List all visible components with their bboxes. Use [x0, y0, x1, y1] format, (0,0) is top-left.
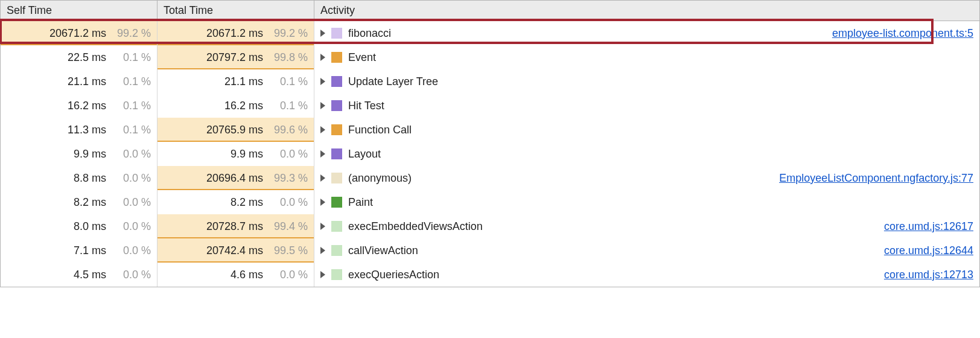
- total-time-ms: 21.1 ms: [196, 75, 263, 88]
- table-row[interactable]: 7.1 ms0.0 %20742.4 ms99.5 %callViewActio…: [1, 238, 979, 263]
- total-time-pct: 0.1 %: [270, 75, 308, 88]
- disclosure-triangle-icon[interactable]: [320, 223, 325, 230]
- total-time-ms: 20696.4 ms: [196, 172, 263, 185]
- category-swatch-icon: [331, 100, 342, 111]
- self-time-pct: 0.0 %: [113, 244, 151, 257]
- self-time-cell: 9.9 ms0.0 %: [1, 142, 158, 166]
- activity-cell: fibonacciemployee-list.component.ts:5: [314, 21, 979, 45]
- disclosure-triangle-icon[interactable]: [320, 247, 325, 254]
- total-time-pct: 99.6 %: [270, 124, 308, 136]
- column-header-activity[interactable]: Activity: [314, 1, 979, 21]
- self-time-cell: 11.3 ms0.1 %: [1, 118, 158, 142]
- self-time-ms: 22.5 ms: [39, 51, 106, 64]
- activity-cell: execEmbeddedViewsActioncore.umd.js:12617: [314, 214, 979, 238]
- self-time-cell: 8.2 ms0.0 %: [1, 190, 158, 214]
- self-time-pct: 0.0 %: [113, 196, 151, 209]
- category-swatch-icon: [331, 245, 342, 256]
- total-time-cell: 21.1 ms0.1 %: [158, 69, 314, 94]
- table-row[interactable]: 16.2 ms0.1 %16.2 ms0.1 %Hit Test: [1, 94, 979, 118]
- activity-label: Update Layer Tree: [348, 75, 438, 88]
- disclosure-triangle-icon[interactable]: [320, 174, 325, 182]
- activity-label: fibonacci: [348, 27, 391, 40]
- column-header-self-time[interactable]: Self Time: [1, 1, 158, 21]
- total-time-ms: 20728.7 ms: [196, 220, 263, 233]
- self-time-cell: 7.1 ms0.0 %: [1, 238, 158, 263]
- total-time-cell: 20797.2 ms99.8 %: [158, 45, 314, 69]
- column-header-total-time[interactable]: Total Time: [158, 1, 314, 21]
- category-swatch-icon: [331, 173, 342, 183]
- table-row[interactable]: 4.5 ms0.0 %4.6 ms0.0 %execQueriesActionc…: [1, 263, 979, 287]
- source-link[interactable]: employee-list.component.ts:5: [832, 27, 973, 40]
- self-time-pct: 0.0 %: [113, 269, 151, 281]
- disclosure-triangle-icon[interactable]: [320, 199, 325, 206]
- table-row[interactable]: 8.0 ms0.0 %20728.7 ms99.4 %execEmbeddedV…: [1, 214, 979, 238]
- source-link[interactable]: core.umd.js:12644: [884, 244, 973, 257]
- self-time-cell: 4.5 ms0.0 %: [1, 263, 158, 287]
- self-time-ms: 9.9 ms: [39, 148, 106, 161]
- table-row[interactable]: 22.5 ms0.1 %20797.2 ms99.8 %Event: [1, 45, 979, 69]
- activity-cell: Layout: [314, 142, 979, 166]
- category-swatch-icon: [331, 197, 342, 208]
- table-row[interactable]: 11.3 ms0.1 %20765.9 ms99.6 %Function Cal…: [1, 118, 979, 142]
- category-swatch-icon: [331, 269, 342, 280]
- source-link[interactable]: core.umd.js:12617: [884, 220, 973, 233]
- table-row[interactable]: 21.1 ms0.1 %21.1 ms0.1 %Update Layer Tre…: [1, 69, 979, 94]
- self-time-ms: 8.8 ms: [39, 172, 106, 185]
- self-time-ms: 4.5 ms: [39, 269, 106, 281]
- disclosure-triangle-icon[interactable]: [320, 30, 325, 37]
- total-time-pct: 0.0 %: [270, 196, 308, 209]
- disclosure-triangle-icon[interactable]: [320, 102, 325, 109]
- disclosure-triangle-icon[interactable]: [320, 54, 325, 61]
- total-time-ms: 4.6 ms: [196, 269, 263, 281]
- total-time-cell: 16.2 ms0.1 %: [158, 94, 314, 118]
- activity-label: Paint: [348, 196, 373, 209]
- total-time-pct: 99.5 %: [270, 244, 308, 257]
- activity-label: execQueriesAction: [348, 269, 439, 281]
- activity-label: Event: [348, 51, 376, 64]
- self-time-cell: 8.8 ms0.0 %: [1, 166, 158, 190]
- total-time-pct: 99.4 %: [270, 220, 308, 233]
- activity-label: Layout: [348, 148, 381, 161]
- category-swatch-icon: [331, 52, 342, 63]
- self-time-pct: 0.1 %: [113, 124, 151, 136]
- activity-label: Function Call: [348, 124, 412, 136]
- table-row[interactable]: 8.8 ms0.0 %20696.4 ms99.3 %(anonymous)Em…: [1, 166, 979, 190]
- self-time-cell: 21.1 ms0.1 %: [1, 69, 158, 94]
- category-swatch-icon: [331, 124, 342, 135]
- table-row[interactable]: 8.2 ms0.0 %8.2 ms0.0 %Paint: [1, 190, 979, 214]
- activity-label: Hit Test: [348, 100, 384, 112]
- total-time-cell: 9.9 ms0.0 %: [158, 142, 314, 166]
- total-time-pct: 99.2 %: [270, 27, 308, 40]
- activity-label: execEmbeddedViewsAction: [348, 220, 483, 233]
- self-time-cell: 16.2 ms0.1 %: [1, 94, 158, 118]
- activity-cell: Function Call: [314, 118, 979, 142]
- total-time-ms: 20765.9 ms: [196, 124, 263, 136]
- total-time-cell: 20742.4 ms99.5 %: [158, 238, 314, 263]
- source-link[interactable]: EmployeeListComponent.ngfactory.js:77: [779, 172, 973, 185]
- table-row[interactable]: 20671.2 ms99.2 %20671.2 ms99.2 %fibonacc…: [1, 21, 979, 45]
- total-time-pct: 99.8 %: [270, 51, 308, 64]
- self-time-ms: 7.1 ms: [39, 244, 106, 257]
- activity-label: callViewAction: [348, 244, 418, 257]
- self-time-cell: 20671.2 ms99.2 %: [1, 21, 158, 45]
- self-time-pct: 0.1 %: [113, 75, 151, 88]
- disclosure-triangle-icon[interactable]: [320, 271, 325, 278]
- activity-cell: execQueriesActioncore.umd.js:12713: [314, 263, 979, 287]
- disclosure-triangle-icon[interactable]: [320, 126, 325, 133]
- total-time-pct: 0.0 %: [270, 269, 308, 281]
- total-time-ms: 20797.2 ms: [196, 51, 263, 64]
- total-time-ms: 20671.2 ms: [196, 27, 263, 40]
- activity-cell: Event: [314, 45, 979, 69]
- total-time-pct: 0.0 %: [270, 148, 308, 161]
- source-link[interactable]: core.umd.js:12713: [884, 269, 973, 281]
- self-time-ms: 11.3 ms: [39, 124, 106, 136]
- disclosure-triangle-icon[interactable]: [320, 78, 325, 85]
- category-swatch-icon: [331, 221, 342, 232]
- total-time-cell: 20765.9 ms99.6 %: [158, 118, 314, 142]
- total-time-pct: 0.1 %: [270, 100, 308, 112]
- table-row[interactable]: 9.9 ms0.0 %9.9 ms0.0 %Layout: [1, 142, 979, 166]
- self-time-pct: 0.0 %: [113, 148, 151, 161]
- disclosure-triangle-icon[interactable]: [320, 150, 325, 158]
- self-time-pct: 0.0 %: [113, 220, 151, 233]
- table-header-row: Self Time Total Time Activity: [1, 1, 979, 21]
